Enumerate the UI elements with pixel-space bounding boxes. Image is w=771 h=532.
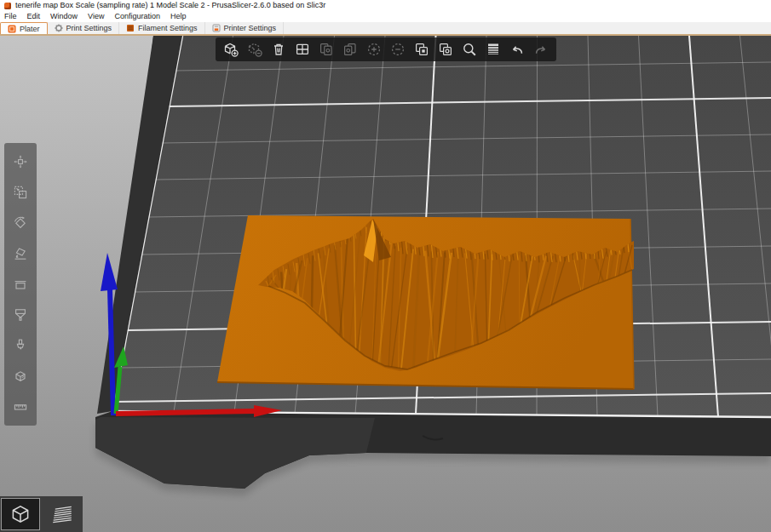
place-on-face-tool-button[interactable] [7, 240, 34, 267]
split-to-objects-icon [413, 41, 430, 58]
scene-3d [0, 36, 771, 532]
split-to-objects-button[interactable] [410, 38, 434, 60]
tab-label: Filament Settings [138, 24, 198, 32]
title-bar: tenerife map Box Scale (sampling rate) 1… [0, 0, 771, 11]
delete-model-button[interactable] [243, 38, 267, 60]
redo-button[interactable] [529, 38, 553, 60]
prusaslicer-window: tenerife map Box Scale (sampling rate) 1… [0, 0, 771, 532]
add-model-button[interactable] [219, 38, 243, 60]
tab-plater[interactable]: Plater [0, 22, 48, 34]
tab-label: Plater [20, 25, 40, 33]
tab-label: Printer Settings [224, 24, 277, 32]
redo-icon [532, 41, 549, 58]
menu-view[interactable]: View [83, 11, 109, 22]
search-icon [461, 41, 478, 58]
seam-painting-icon [13, 338, 28, 353]
print-settings-icon [55, 24, 63, 32]
plater-icon [8, 25, 16, 33]
cut-tool-button[interactable] [7, 271, 34, 298]
menu-help[interactable]: Help [165, 11, 192, 22]
view-mode-switch [0, 496, 83, 532]
add-instance-button[interactable] [362, 38, 386, 60]
split-to-parts-button[interactable] [434, 38, 457, 60]
remove-instance-button[interactable] [386, 38, 410, 60]
measure-icon [13, 399, 28, 415]
place-on-face-icon [13, 246, 28, 261]
paste-button[interactable] [338, 38, 362, 60]
variable-layer-height-icon [485, 41, 502, 58]
add-instance-icon [365, 41, 383, 58]
tab-print-settings[interactable]: Print Settings [48, 22, 120, 34]
undo-icon [509, 41, 526, 58]
window-title: tenerife map Box Scale (sampling rate) 1… [15, 0, 325, 11]
scale-tool-button[interactable] [7, 179, 34, 206]
copy-button[interactable] [314, 38, 338, 60]
rotate-icon [13, 215, 28, 231]
remove-instance-icon [389, 41, 406, 58]
top-toolbar [216, 37, 556, 61]
paint-on-supports-icon [13, 307, 28, 323]
move-icon [13, 154, 28, 169]
app-logo-icon [4, 3, 11, 9]
paint-on-supports-tool-button[interactable] [7, 301, 34, 329]
scale-icon [13, 185, 28, 200]
undo-button[interactable] [505, 38, 529, 60]
menu-edit[interactable]: Edit [22, 11, 46, 22]
preview-layers-button[interactable] [43, 499, 81, 529]
viewport-3d[interactable] [0, 36, 771, 532]
rotate-tool-button[interactable] [7, 209, 34, 237]
printer-settings-icon [212, 24, 221, 32]
layers-stack-icon [50, 502, 74, 526]
measure-tool-button[interactable] [7, 393, 34, 420]
mmu-painting-tool-button[interactable] [7, 363, 34, 390]
paste-icon [342, 41, 359, 58]
add-model-icon [222, 41, 239, 58]
variable-layer-height-button[interactable] [481, 38, 505, 60]
menu-file[interactable]: File [0, 11, 22, 22]
terrain-model[interactable] [217, 215, 634, 389]
tab-printer-settings[interactable]: Printer Settings [205, 22, 285, 34]
copy-icon [318, 41, 335, 58]
3d-view-cube-icon [9, 502, 32, 526]
mmu-painting-icon [13, 369, 28, 384]
menu-bar: File Edit Window View Configuration Help [0, 11, 771, 22]
left-toolbar [4, 143, 37, 426]
delete-all-icon [270, 41, 287, 58]
filament-settings-icon [126, 24, 135, 32]
cut-icon [13, 277, 28, 292]
delete-model-icon [246, 41, 263, 58]
arrange-icon [294, 41, 311, 58]
move-tool-button[interactable] [7, 148, 34, 175]
menu-window[interactable]: Window [45, 11, 83, 22]
delete-all-button[interactable] [267, 38, 291, 60]
arrange-button[interactable] [291, 38, 314, 60]
search-button[interactable] [457, 38, 481, 60]
seam-painting-tool-button[interactable] [7, 332, 34, 359]
tab-filament-settings[interactable]: Filament Settings [119, 22, 205, 34]
menu-configuration[interactable]: Configuration [109, 11, 165, 22]
tab-label: Print Settings [66, 24, 112, 32]
split-to-parts-icon [437, 41, 454, 58]
tab-bar: Plater Print Settings Filament Settings … [0, 22, 771, 34]
3d-editor-view-button[interactable] [2, 499, 39, 529]
